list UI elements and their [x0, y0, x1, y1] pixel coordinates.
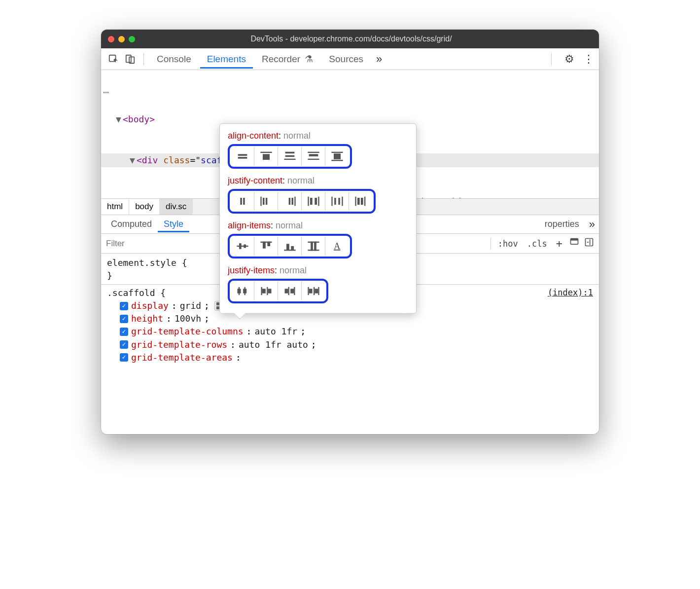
svg-rect-4	[571, 239, 578, 241]
justify-content-start-icon[interactable]	[254, 192, 278, 211]
svg-rect-40	[357, 198, 360, 205]
ellipsis-icon[interactable]: ⋯	[103, 85, 109, 100]
align-content-start-icon[interactable]	[254, 147, 278, 166]
subtab-computed[interactable]: Computed	[105, 216, 158, 232]
justify-items-end-icon[interactable]	[278, 282, 302, 300]
checkbox-icon[interactable]: ✓	[120, 353, 128, 362]
justify-content-center-icon[interactable]	[231, 192, 254, 211]
svg-rect-35	[331, 197, 332, 206]
svg-rect-19	[308, 159, 319, 160]
svg-rect-72	[315, 289, 318, 293]
align-items-stretch-icon[interactable]	[302, 237, 325, 256]
svg-rect-71	[314, 287, 315, 295]
align-items-end-icon[interactable]	[278, 237, 302, 256]
decl-grid-template-areas[interactable]: ✓ grid-template-areas:	[107, 351, 593, 364]
new-rule-button[interactable]: +	[554, 237, 564, 250]
svg-text:A: A	[334, 241, 341, 251]
svg-rect-27	[265, 198, 267, 205]
svg-rect-33	[315, 198, 317, 205]
tab-elements[interactable]: Elements	[200, 50, 253, 69]
align-content-stretch-icon[interactable]	[325, 147, 349, 166]
svg-rect-28	[288, 198, 290, 205]
tab-recorder[interactable]: Recorder ⚗	[255, 49, 320, 69]
justify-items-start-icon[interactable]	[254, 282, 278, 300]
svg-rect-49	[286, 244, 289, 250]
align-content-center-icon[interactable]	[231, 147, 254, 166]
subtab-styles[interactable]: Style	[158, 216, 189, 232]
svg-rect-48	[267, 242, 270, 246]
svg-rect-55	[308, 250, 319, 251]
computed-sidebar-icon[interactable]	[569, 237, 579, 250]
tab-console[interactable]: Console	[150, 50, 198, 69]
decl-grid-template-rows[interactable]: ✓ grid-template-rows: auto 1fr auto;	[107, 338, 593, 351]
svg-rect-63	[267, 287, 268, 295]
checkbox-icon[interactable]: ✓	[120, 340, 128, 349]
kebab-menu-icon[interactable]: ⋮	[583, 53, 594, 66]
svg-rect-22	[331, 160, 343, 161]
rule-source-link[interactable]: (index):1	[548, 287, 593, 299]
decl-height[interactable]: ✓ height: 100vh;	[107, 312, 593, 325]
section-justify-items: justify-items: normal	[228, 265, 408, 303]
more-tabs-icon[interactable]: »	[376, 53, 382, 66]
zoom-window-icon[interactable]	[129, 36, 135, 42]
toggle-rendering-icon[interactable]	[584, 237, 594, 250]
svg-rect-51	[284, 250, 295, 251]
subtab-properties[interactable]: roperties	[539, 216, 585, 232]
crumb-div-scaffold[interactable]: div.sc	[160, 199, 193, 215]
inspect-element-icon[interactable]	[106, 52, 121, 67]
align-items-center-icon[interactable]	[231, 237, 254, 256]
svg-rect-18	[309, 154, 318, 156]
checkbox-icon[interactable]: ✓	[120, 315, 128, 323]
decl-grid-template-columns[interactable]: ✓ grid-template-columns: auto 1fr;	[107, 325, 593, 338]
device-toolbar-icon[interactable]	[123, 52, 138, 67]
align-items-baseline-icon[interactable]: A	[325, 237, 349, 256]
justify-content-space-between-icon[interactable]	[302, 192, 325, 211]
align-items-start-icon[interactable]	[254, 237, 278, 256]
justify-content-space-evenly-icon[interactable]	[349, 192, 373, 211]
tab-sources[interactable]: Sources	[322, 50, 370, 69]
svg-rect-25	[260, 197, 261, 206]
minimize-window-icon[interactable]	[118, 36, 125, 42]
align-content-space-between-icon[interactable]	[302, 147, 325, 166]
svg-rect-39	[355, 197, 356, 206]
svg-rect-73	[318, 287, 319, 295]
close-window-icon[interactable]	[108, 36, 114, 42]
crumb-body[interactable]: body	[129, 199, 160, 215]
svg-rect-44	[239, 243, 242, 249]
align-content-end-icon[interactable]	[278, 147, 302, 166]
checkbox-icon[interactable]: ✓	[120, 302, 128, 310]
svg-rect-69	[308, 287, 309, 295]
svg-rect-14	[285, 152, 294, 154]
grid-editor-popover: align-content: normal justify-content: n…	[219, 123, 417, 314]
svg-rect-34	[318, 197, 319, 206]
cls-toggle[interactable]: .cls	[525, 239, 549, 249]
divider	[490, 238, 491, 250]
justify-content-end-icon[interactable]	[278, 192, 302, 211]
svg-rect-43	[237, 246, 248, 247]
svg-rect-64	[268, 289, 271, 293]
svg-rect-68	[294, 287, 295, 295]
svg-rect-15	[285, 155, 294, 157]
svg-rect-62	[262, 289, 265, 293]
svg-rect-12	[260, 152, 272, 153]
svg-rect-29	[291, 198, 293, 205]
svg-rect-61	[261, 287, 262, 295]
flask-icon: ⚗	[305, 54, 313, 64]
crumb-html[interactable]: html	[101, 199, 129, 215]
dom-node[interactable]: <top-nav	[151, 196, 200, 198]
svg-rect-65	[284, 289, 288, 293]
justify-content-space-around-icon[interactable]	[325, 192, 349, 211]
justify-items-stretch-icon[interactable]	[302, 282, 325, 300]
svg-rect-41	[361, 198, 363, 205]
svg-rect-31	[308, 197, 309, 206]
checkbox-icon[interactable]: ✓	[120, 328, 128, 336]
svg-rect-32	[310, 198, 313, 205]
svg-rect-21	[334, 153, 341, 159]
gear-icon[interactable]: ⚙	[564, 53, 574, 66]
hov-toggle[interactable]: :hov	[496, 239, 520, 249]
justify-items-buttons	[228, 279, 328, 303]
more-subtabs-icon[interactable]: »	[589, 218, 595, 231]
justify-items-center-icon[interactable]	[231, 282, 254, 300]
dom-node[interactable]: <body>	[123, 114, 155, 124]
svg-rect-20	[331, 152, 343, 153]
